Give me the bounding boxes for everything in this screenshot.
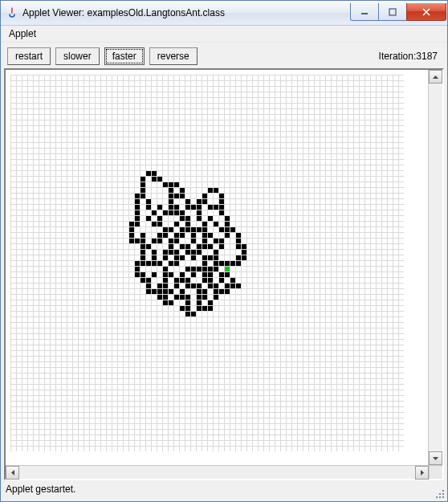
vscroll-track[interactable] (429, 84, 442, 451)
reverse-button[interactable]: reverse (149, 47, 198, 65)
titlebar[interactable]: Applet Viewer: examplesOld.LangtonsAnt.c… (1, 1, 447, 26)
java-icon (6, 6, 18, 19)
svg-rect-6 (439, 496, 441, 498)
scrollbar-corner (429, 465, 442, 479)
maximize-button[interactable] (378, 3, 407, 21)
status-bar: Applet gestartet. (1, 480, 447, 501)
langtons-ant-grid (10, 75, 404, 451)
status-text: Applet gestartet. (6, 484, 75, 495)
svg-rect-2 (442, 490, 444, 492)
window-frame: Applet Viewer: examplesOld.LangtonsAnt.c… (0, 0, 448, 502)
scroll-right-button[interactable] (415, 466, 429, 480)
svg-rect-7 (442, 496, 444, 498)
restart-button[interactable]: restart (7, 47, 51, 65)
toolbar: restart slower faster reverse Iteration:… (1, 43, 447, 67)
hscroll-track[interactable] (19, 466, 415, 479)
iteration-label: Iteration: (379, 51, 417, 62)
svg-rect-4 (442, 493, 444, 495)
window-controls (351, 3, 446, 20)
resize-grip[interactable] (434, 488, 446, 500)
faster-button[interactable]: faster (104, 47, 145, 65)
iteration-value: 3187 (416, 51, 438, 62)
scroll-left-button[interactable] (6, 466, 19, 480)
iteration-display: Iteration:3187 (379, 51, 441, 62)
svg-rect-3 (439, 493, 441, 495)
slower-button[interactable]: slower (55, 47, 100, 65)
svg-rect-1 (389, 9, 396, 15)
window-title: Applet Viewer: examplesOld.LangtonsAnt.c… (22, 7, 351, 18)
minimize-button[interactable] (350, 3, 379, 21)
menu-applet[interactable]: Applet (4, 27, 41, 41)
horizontal-scrollbar[interactable] (6, 465, 429, 479)
svg-rect-0 (361, 13, 368, 14)
scroll-down-button[interactable] (429, 451, 442, 465)
scroll-up-button[interactable] (429, 70, 442, 84)
vertical-scrollbar[interactable] (428, 70, 442, 465)
grid-canvas-area[interactable] (6, 70, 428, 465)
svg-rect-5 (436, 496, 438, 498)
applet-viewport (4, 68, 444, 480)
menu-bar: Applet (1, 26, 447, 43)
close-button[interactable] (406, 3, 446, 21)
